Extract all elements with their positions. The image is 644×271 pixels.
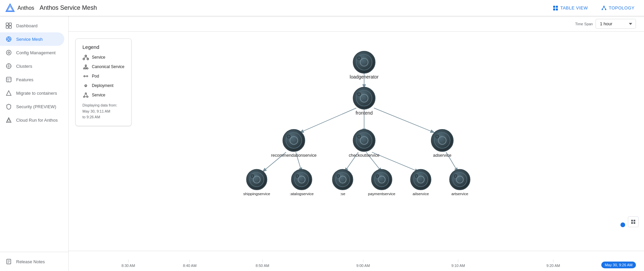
node-payment-label: paymentservice (368, 191, 395, 196)
svg-point-16 (8, 38, 10, 40)
svg-point-103 (454, 175, 457, 177)
legend-item-deployment: D Deployment (82, 82, 124, 89)
legend-item-service2: Service (82, 92, 124, 98)
map-controls (628, 216, 639, 227)
legend-data-date: May 30, 9:11 AM (82, 109, 124, 115)
edge-frontend-ad (374, 108, 434, 132)
sidebar-item-features[interactable]: Features (0, 73, 64, 86)
svg-point-7 (602, 9, 603, 10)
node-se-label: :se (340, 191, 345, 196)
view-toggle: TABLE VIEW TOPOLOGY (549, 3, 639, 13)
scroll-indicator (620, 222, 625, 227)
legend-service2-icon (82, 92, 89, 98)
svg-point-71 (287, 135, 290, 138)
node-ailservice[interactable]: ailservice (410, 170, 431, 196)
node-frontend[interactable]: frontend (353, 87, 375, 116)
svg-line-39 (84, 57, 86, 58)
sidebar-bottom: Release Notes (0, 252, 68, 271)
sidebar-item-security[interactable]: Security (PREVIEW) (0, 100, 64, 113)
dashboard-icon (5, 22, 12, 29)
sidebar-item-label: Features (16, 77, 33, 82)
svg-line-10 (604, 7, 606, 9)
node-recommendationservice[interactable]: recommendationservice (271, 129, 317, 158)
topology-icon (601, 5, 607, 11)
tick-mark (189, 260, 190, 262)
topology-label: TOPOLOGY (609, 5, 635, 10)
table-view-label: TABLE VIEW (560, 5, 588, 10)
node-checkoutservice[interactable]: checkoutservice (349, 129, 380, 158)
node-shippingservice[interactable]: shippingservice (243, 170, 270, 196)
sidebar-item-label: Release Notes (16, 259, 45, 264)
legend-data-to: to 9:26 AM (82, 114, 124, 120)
node-paymentservice[interactable]: paymentservice (368, 170, 395, 196)
tick-label: 8:30 AM (121, 264, 135, 268)
svg-point-41 (85, 65, 86, 66)
legend-deployment-label: Deployment (92, 83, 113, 88)
legend-pod-icon (82, 73, 89, 80)
sidebar-item-migrate[interactable]: Migrate to containers (0, 86, 64, 100)
sidebar-item-clusters[interactable]: Clusters (0, 59, 64, 73)
timespan-bar: Time Span 1 hour 15 minutes 6 hours 1 da… (69, 16, 644, 32)
svg-point-21 (6, 50, 11, 55)
legend-item-service: Service (82, 54, 124, 61)
table-view-button[interactable]: TABLE VIEW (549, 3, 592, 13)
sidebar-item-label: Dashboard (16, 23, 38, 28)
node-art-label: artservice (451, 191, 468, 196)
svg-rect-26 (6, 77, 11, 82)
svg-line-45 (84, 66, 86, 68)
svg-point-95 (376, 175, 379, 177)
node-artservice[interactable]: artservice (450, 170, 470, 196)
svg-point-75 (357, 135, 360, 138)
edge-frontend-recommendation (300, 108, 356, 132)
sidebar-item-label: Security (PREVIEW) (16, 104, 56, 109)
tick-mark (363, 260, 363, 262)
svg-rect-14 (9, 26, 11, 28)
svg-text:D: D (85, 85, 86, 87)
sidebar-item-label: Cloud Run for Anthos (16, 118, 58, 123)
legend-service2-label: Service (92, 93, 105, 97)
svg-line-56 (84, 94, 85, 96)
timeline-current: May 30, 9:26 AM (601, 262, 636, 268)
sidebar-item-release-notes[interactable]: Release Notes (0, 255, 64, 268)
tick-label: 8:50 AM (256, 264, 269, 268)
sidebar-item-label: Config Management (16, 50, 56, 55)
node-adservice[interactable]: adservice (431, 129, 453, 158)
timeline-tick-830: 8:30 AM (121, 260, 135, 268)
svg-rect-105 (634, 220, 635, 221)
sidebar-item-dashboard[interactable]: Dashboard (0, 19, 64, 32)
svg-point-55 (87, 96, 88, 97)
node-catalogservice[interactable]: :atalogservice (290, 170, 314, 196)
sidebar: Dashboard Service Mesh (0, 16, 69, 271)
svg-point-87 (296, 175, 299, 177)
features-icon (5, 76, 12, 83)
tick-mark (458, 260, 458, 262)
node-loadgenerator[interactable]: loadgenerator (350, 51, 379, 80)
tick-label: 9:00 AM (356, 264, 370, 268)
sidebar-item-service-mesh[interactable]: Service Mesh (0, 32, 64, 46)
main-content: Time Span 1 hour 15 minutes 6 hours 1 da… (69, 16, 644, 271)
cloud-run-icon (5, 117, 12, 123)
legend-box: Legend Service (75, 38, 132, 126)
sidebar-item-config-management[interactable]: Config Management (0, 46, 64, 59)
node-se[interactable]: :se (332, 170, 353, 196)
top-bar: Anthos Anthos Service Mesh TABLE VIEW TO… (0, 0, 644, 16)
timeline-tick-910: 9:10 AM (452, 260, 465, 268)
legend-data-info: Displaying data from: May 30, 9:11 AM to… (82, 102, 124, 120)
grid-view-button[interactable] (628, 216, 639, 227)
clusters-icon (5, 63, 12, 69)
svg-point-67 (357, 93, 360, 96)
table-view-icon (553, 5, 558, 11)
tick-label: 9:20 AM (546, 264, 560, 268)
topology-button[interactable]: TOPOLOGY (597, 3, 639, 13)
svg-rect-11 (6, 23, 8, 25)
svg-point-36 (85, 55, 87, 57)
legend-pod-label: Pod (92, 74, 99, 79)
timespan-select[interactable]: 1 hour 15 minutes 6 hours 1 day 7 days (596, 19, 636, 29)
svg-line-47 (86, 66, 87, 68)
tick-mark (262, 260, 263, 262)
timeline-inner: 8:30 AM 8:40 AM 8:50 AM 9:00 AM 9:10 AM (77, 251, 636, 271)
svg-marker-29 (6, 91, 11, 95)
legend-canonical-icon (82, 63, 89, 70)
sidebar-item-cloud-run[interactable]: Cloud Run for Anthos (0, 113, 64, 127)
legend-title: Legend (82, 44, 124, 50)
